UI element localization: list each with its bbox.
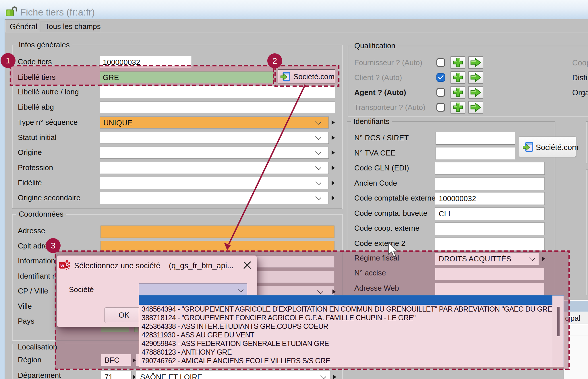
svg-text:3: 3 <box>51 241 55 250</box>
svg-text:2: 2 <box>272 56 277 65</box>
svg-text:1: 1 <box>6 56 10 65</box>
